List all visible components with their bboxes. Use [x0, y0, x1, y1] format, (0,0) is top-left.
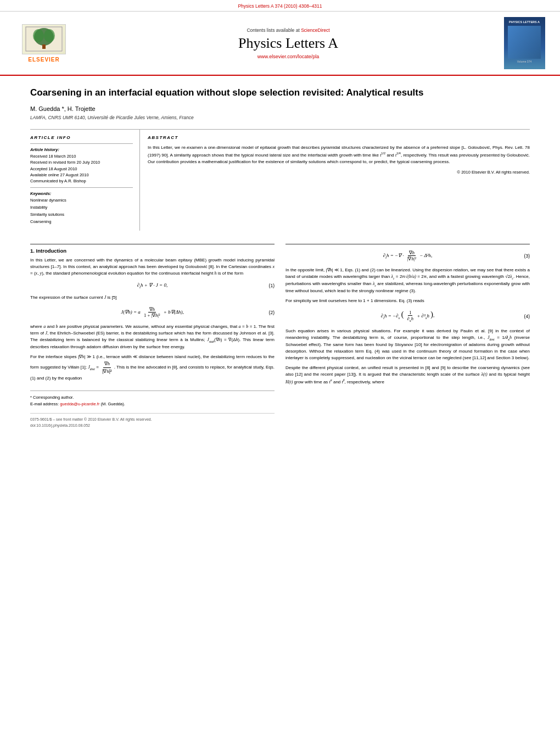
keyword-3: Similarity solutions — [30, 211, 133, 219]
right-para-3: Such equation arises in various physical… — [285, 328, 530, 361]
journal-name: Physics Letters A — [238, 35, 338, 52]
top-bar: Physics Letters A 374 (2010) 4308–4311 — [0, 0, 560, 12]
intro-para-1: In this Letter, we are concerned with th… — [30, 257, 275, 277]
elsevier-logo: ELSEVIER — [22, 24, 66, 63]
two-column-content: 1. Introduction In this Letter, we are c… — [30, 239, 530, 428]
footnote-star: * Corresponding author. — [30, 394, 275, 401]
section-name: Introduction — [36, 248, 66, 254]
article-body: Coarsening in an interfacial equation wi… — [0, 76, 560, 439]
journal-reference: Physics Letters A 374 (2010) 4308–4311 — [238, 3, 322, 9]
email-link[interactable]: guedda@u-picardie.fr — [60, 401, 99, 406]
equation-2-line: J(∇h) = a ∇h 1 + |∇h|² + b∇(Δh), (2) — [30, 305, 275, 319]
section1-title: 1. Introduction — [30, 248, 275, 254]
right-para-4: Despite the different physical context, … — [285, 365, 530, 386]
journal-cover-image: PHYSICS LETTERS A Volume 374 — [504, 17, 545, 69]
footnote-email: E-mail address: guedda@u-picardie.fr (M.… — [30, 401, 275, 408]
divider-2 — [30, 187, 133, 188]
sciencedirect-link[interactable]: ScienceDirect — [301, 27, 329, 33]
keywords-title: Keywords: — [30, 191, 133, 196]
section-number: 1. — [30, 248, 35, 254]
abstract-copyright: © 2010 Elsevier B.V. All rights reserved… — [148, 170, 530, 175]
column-right: ∂th = −∇ · ∇h |∇h|² − Δ²h, (3) In the op… — [285, 239, 530, 428]
section-rule-right — [285, 244, 530, 244]
equation-4-line: ∂th = −∂x ( 1 ∂xh + ∂³xh ), (4) — [285, 309, 530, 323]
equation-2-number: (2) — [258, 310, 275, 315]
abstract-text: In this Letter, we re-examen a one-dimen… — [148, 144, 530, 165]
header-left: ELSEVIER — [11, 17, 77, 69]
accepted: Accepted 18 August 2010 — [30, 166, 133, 172]
journal-url-link[interactable]: www.elsevier.com/locate/pla — [257, 54, 320, 59]
header-right: PHYSICS LETTERS A Volume 374 — [500, 17, 549, 69]
email-label: E-mail address: — [30, 401, 59, 406]
equation-1-content: ∂th + ∇ · J = 0, — [47, 282, 258, 289]
eq2-intro-text: The expression of the surface current J … — [30, 294, 275, 301]
eq3-fraction: ∇h |∇h|² — [406, 250, 417, 261]
footer-line-1: 0375-9601/$ – see front matter © 2010 El… — [30, 416, 275, 422]
article-abstract: ABSTRACT In this Letter, we re-examen a … — [140, 130, 530, 231]
equation-3-number: (3) — [513, 253, 530, 259]
eq4-fraction1: 1 ∂xh — [406, 310, 415, 322]
bottom-footer: 0375-9601/$ – see front matter © 2010 El… — [30, 413, 275, 428]
equation-2-content: J(∇h) = a ∇h 1 + |∇h|² + b∇(Δh), — [47, 306, 258, 318]
article-authors: M. Guedda *, H. Trojette — [30, 105, 530, 112]
elsevier-wordmark: ELSEVIER — [28, 57, 59, 63]
received-2: Received in revised form 20 July 2010 — [30, 159, 133, 165]
equation-3-line: ∂th = −∇ · ∇h |∇h|² − Δ²h, (3) — [285, 249, 530, 263]
intro-para-3: For the interface slopes |∇h| ≫ 1 (i.e.,… — [30, 354, 275, 382]
info-abstract-section: ARTICLE INFO Article history: Received 1… — [30, 129, 530, 231]
contents-line: Contents lists available at ScienceDirec… — [247, 27, 329, 33]
eq2-fraction: ∇h 1 + |∇h|² — [143, 306, 161, 318]
footnote-area: * Corresponding author. E-mail address: … — [30, 390, 275, 408]
column-left: 1. Introduction In this Letter, we are c… — [30, 239, 275, 428]
journal-url: www.elsevier.com/locate/pla — [257, 54, 320, 59]
authors-text: M. Guedda *, H. Trojette — [30, 105, 96, 112]
email-person: (M. Guedda). — [101, 401, 125, 406]
intro-para-2: where a and b are positive physical para… — [30, 323, 275, 350]
equation-3-content: ∂th = −∇ · ∇h |∇h|² − Δ²h, — [302, 250, 513, 261]
keyword-1: Nonlinear dynamics — [30, 197, 133, 204]
svg-point-2 — [33, 29, 44, 42]
keyword-4: Coarsening — [30, 219, 133, 226]
footnote-star-text: * Corresponding author. — [30, 395, 74, 400]
article-title: Coarsening in an interfacial equation wi… — [30, 87, 530, 99]
article-info: ARTICLE INFO Article history: Received 1… — [30, 130, 140, 231]
svg-point-3 — [44, 29, 55, 42]
svg-rect-4 — [42, 44, 46, 49]
history-title: Article history: — [30, 147, 133, 152]
keyword-2: Instability — [30, 204, 133, 211]
available-online: Available online 27 August 2010 — [30, 172, 133, 178]
equation-1-line: ∂th + ∇ · J = 0, (1) — [30, 281, 275, 290]
equation-4-number: (4) — [513, 314, 530, 319]
page: Physics Letters A 374 (2010) 4308–4311 — [0, 0, 560, 742]
equation-1-number: (1) — [258, 283, 275, 288]
keywords-list: Nonlinear dynamics Instability Similarit… — [30, 197, 133, 225]
communicated: Communicated by A.R. Bishop — [30, 178, 133, 184]
right-para-1: In the opposite limit, |∇h| ≪ 1, Eqs. (1… — [285, 267, 530, 294]
section-rule-left — [30, 244, 275, 244]
contents-text: Contents lists available at — [247, 27, 299, 33]
right-para-2: For simplicity we limit ourselves here t… — [285, 298, 530, 304]
header-area: ELSEVIER Contents lists available at Sci… — [0, 12, 560, 76]
footer-line-2: doi:10.1016/j.physleta.2010.08.052 — [30, 422, 275, 428]
abstract-title: ABSTRACT — [148, 135, 530, 140]
elsevier-logo-image — [22, 24, 66, 54]
cover-subtitle: Volume 374 — [517, 60, 531, 63]
equation-4-content: ∂th = −∂x ( 1 ∂xh + ∂³xh ), — [302, 310, 513, 322]
divider-1 — [30, 143, 133, 144]
article-info-title: ARTICLE INFO — [30, 135, 133, 140]
received-1: Received 18 March 2010 — [30, 153, 133, 159]
cover-title-text: PHYSICS LETTERS A — [509, 20, 540, 24]
header-center: Contents lists available at ScienceDirec… — [82, 17, 494, 69]
article-affiliation: LAMFA, CNRS UMR 6140, Université de Pica… — [30, 115, 530, 120]
